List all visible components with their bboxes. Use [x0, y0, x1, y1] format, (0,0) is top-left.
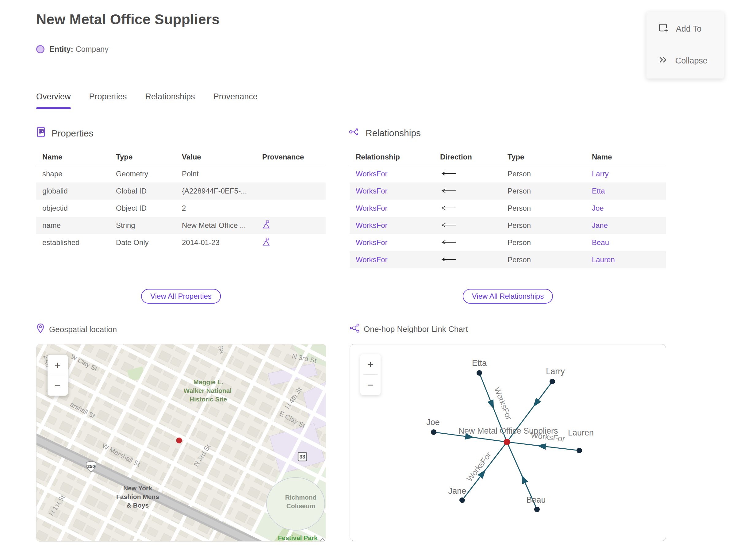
relationship-name-cell: Larry — [586, 170, 666, 178]
relationship-link[interactable]: WorksFor — [356, 170, 388, 178]
chart-node-jane[interactable] — [459, 497, 465, 503]
chart-zoom-out-button[interactable]: − — [360, 375, 381, 395]
properties-section-header: Properties — [36, 126, 94, 140]
map-zoom-in-button[interactable]: + — [48, 355, 68, 375]
provenance-flag-icon[interactable] — [262, 237, 270, 248]
svg-text:& Boys: & Boys — [127, 502, 149, 509]
property-value-cell: New Metal Office ... — [176, 221, 256, 230]
relationship-link[interactable]: WorksFor — [356, 204, 388, 213]
chart-node-etta[interactable] — [477, 370, 482, 376]
direction-cell — [434, 187, 501, 195]
relationships-fork-icon — [349, 126, 361, 140]
direction-cell — [434, 255, 501, 264]
chart-node-label: Joe — [426, 418, 440, 427]
map-location-marker[interactable] — [176, 438, 182, 443]
left-arrow-icon — [440, 170, 457, 178]
link-chart-section-title: One-hop Neighbor Link Chart — [364, 324, 468, 334]
property-name-cell: name — [36, 221, 110, 230]
property-value-cell: 2 — [176, 204, 256, 213]
column-header: Type — [501, 153, 586, 161]
relationships-table-header: RelationshipDirectionTypeName — [350, 149, 666, 165]
page-title: New Metal Office Suppliers — [36, 11, 220, 28]
relationship-link[interactable]: WorksFor — [356, 221, 388, 230]
property-value-cell: 2014-01-23 — [176, 238, 256, 247]
property-provenance-cell — [256, 220, 326, 231]
chart-edge-arrowhead — [487, 400, 494, 409]
left-arrow-icon — [440, 187, 457, 195]
entity-name-link[interactable]: Jane — [592, 221, 608, 230]
entity-name-link[interactable]: Larry — [592, 170, 609, 178]
entity-name-link[interactable]: Joe — [592, 204, 604, 213]
left-arrow-icon — [440, 204, 457, 213]
column-header: Relationship — [350, 153, 434, 161]
relationship-cell: WorksFor — [350, 255, 434, 264]
map-pin-icon — [36, 323, 45, 336]
svg-text:Walker National: Walker National — [184, 387, 232, 394]
chart-node-larry[interactable] — [550, 379, 555, 384]
relationships-section-header: Relationships — [349, 126, 421, 140]
chart-zoom-in-button[interactable]: + — [360, 354, 381, 374]
direction-cell — [434, 238, 501, 247]
link-chart-section-header: One-hop Neighbor Link Chart — [350, 323, 468, 335]
tab-properties[interactable]: Properties — [89, 92, 127, 109]
table-row: globalidGlobal ID{A228944F-0EF5-... — [36, 182, 326, 200]
view-all-properties-button[interactable]: View All Properties — [141, 289, 221, 304]
provenance-flag-icon[interactable] — [262, 220, 270, 231]
one-hop-link-chart[interactable]: WorksForWorksForWorksForEttaLarryJoeLaur… — [350, 344, 666, 541]
relationship-type-cell: Person — [501, 170, 586, 178]
add-to-button[interactable]: Add To — [646, 19, 724, 39]
column-header: Name — [586, 153, 666, 161]
relationship-link[interactable]: WorksFor — [356, 187, 388, 195]
tab-relationships[interactable]: Relationships — [145, 92, 195, 109]
view-all-relationships-button[interactable]: View All Relationships — [463, 289, 553, 304]
entity-name-link[interactable]: Etta — [592, 187, 605, 195]
tab-provenance[interactable]: Provenance — [213, 92, 258, 109]
chart-edge-arrowhead — [521, 474, 528, 484]
table-row: WorksForPersonEtta — [350, 182, 666, 200]
chart-node-joe[interactable] — [431, 429, 436, 435]
relationship-link[interactable]: WorksFor — [356, 238, 388, 247]
svg-text:Richmond: Richmond — [285, 494, 317, 501]
relationship-name-cell: Jane — [586, 221, 666, 230]
double-chevron-right-icon — [658, 55, 668, 67]
chart-center-label: New Metal Office Suppliers — [458, 426, 558, 435]
column-header: Name — [36, 153, 110, 161]
map-zoom-out-button[interactable]: − — [48, 375, 68, 396]
relationships-table: RelationshipDirectionTypeName WorksForPe… — [350, 149, 666, 268]
collapse-button[interactable]: Collapse — [646, 51, 724, 71]
chart-node-label: Larry — [546, 367, 565, 376]
direction-cell — [434, 170, 501, 178]
relationships-table-body: WorksForPersonLarryWorksForPersonEttaWor… — [350, 165, 666, 268]
entity-name-link[interactable]: Beau — [592, 238, 609, 247]
chart-node-lauren[interactable] — [577, 448, 582, 453]
tab-bar: OverviewPropertiesRelationshipsProvenanc… — [36, 92, 258, 109]
relationship-cell: WorksFor — [350, 238, 434, 247]
chart-center-node[interactable] — [504, 439, 510, 445]
entity-type-value: Company — [76, 45, 109, 54]
actions-panel: Add To Collapse — [646, 12, 724, 79]
relationship-type-cell: Person — [501, 187, 586, 195]
entity-label: Entity: — [49, 45, 73, 54]
property-name-cell: objectid — [36, 204, 110, 213]
chart-edge-label: WorksFor — [493, 386, 514, 421]
properties-document-icon — [36, 126, 47, 140]
svg-text:250: 250 — [87, 464, 95, 469]
relationship-name-cell: Lauren — [586, 255, 666, 264]
left-arrow-icon — [440, 238, 457, 247]
property-value-cell: Point — [176, 170, 256, 178]
chart-node-label: Lauren — [568, 428, 594, 437]
tab-overview[interactable]: Overview — [36, 92, 71, 109]
add-to-icon — [658, 23, 669, 35]
relationship-type-cell: Person — [501, 255, 586, 264]
chart-node-label: Etta — [472, 359, 487, 368]
svg-text:Maggie L.: Maggie L. — [194, 378, 223, 385]
properties-table-body: shapeGeometryPointglobalidGlobal ID{A228… — [36, 165, 326, 251]
svg-text:Historic Site: Historic Site — [190, 396, 227, 403]
geospatial-section-title: Geospatial location — [49, 325, 117, 334]
chart-edge-arrowhead — [533, 398, 541, 407]
properties-section-title: Properties — [52, 128, 94, 139]
entity-name-link[interactable]: Lauren — [592, 255, 615, 264]
chart-node-beau[interactable] — [534, 507, 540, 512]
geospatial-map[interactable]: k Rd W Clay St Sa arshall St W Marshall … — [36, 344, 326, 542]
relationship-link[interactable]: WorksFor — [356, 255, 388, 264]
